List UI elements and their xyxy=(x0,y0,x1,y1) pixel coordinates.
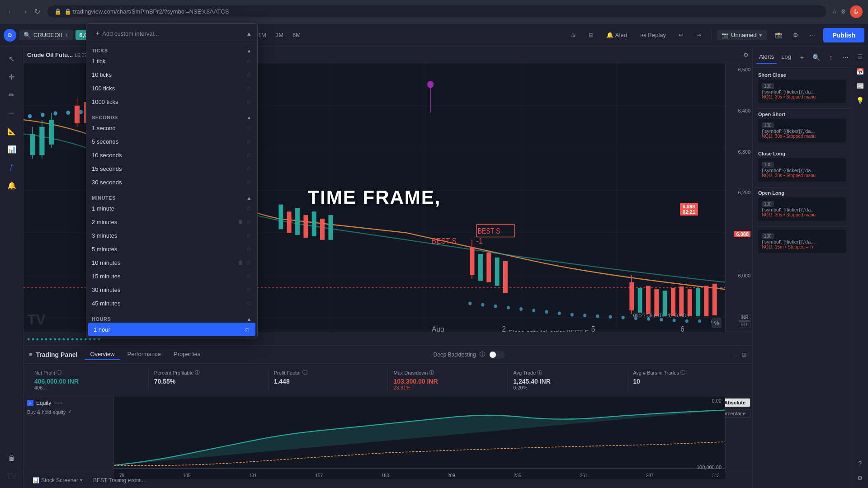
ticks-header[interactable]: TICKS ▲ xyxy=(86,45,257,54)
settings-far-icon[interactable]: ⚙ xyxy=(854,472,867,484)
interval-30minutes-star[interactable]: ☆ xyxy=(246,286,252,293)
minutes-header[interactable]: MINUTES ▲ xyxy=(86,192,257,202)
info-icon-md[interactable]: ⓘ xyxy=(429,369,434,376)
hours-header[interactable]: HOURS ▲ xyxy=(86,314,257,323)
interval-2minutes-star[interactable]: ☆ xyxy=(246,218,252,225)
interval-10minutes-star[interactable]: ☆ xyxy=(246,259,252,266)
forward-button[interactable]: → xyxy=(19,6,30,18)
interval-100ticks-star[interactable]: ☆ xyxy=(246,84,252,92)
info-icon-at[interactable]: ⓘ xyxy=(537,369,542,376)
sidebar-indicator-tool[interactable]: ƒ xyxy=(4,159,20,175)
interval-15seconds[interactable]: 15 seconds ☆ xyxy=(86,162,257,175)
camera-btn[interactable]: 📸 xyxy=(770,29,787,41)
interval-30seconds-star[interactable]: ☆ xyxy=(246,178,252,186)
interval-10seconds[interactable]: 10 seconds ☆ xyxy=(86,148,257,162)
alert-item-ol[interactable]: 100 {'symbol':'{{ticker}}','da... NQ1!, … xyxy=(758,197,846,221)
chart-zoom-btn[interactable]: % xyxy=(712,318,722,328)
currency-selector[interactable]: INR BLL xyxy=(739,314,750,328)
unnamed-btn[interactable]: 📷 Unnamed ▾ xyxy=(717,30,767,40)
interval-1minute-star[interactable]: ☆ xyxy=(246,205,252,212)
interval-10ticks-star[interactable]: ☆ xyxy=(246,71,252,78)
sidebar-alert-tool[interactable]: 🔔 xyxy=(4,177,20,193)
interval-5seconds[interactable]: 5 seconds ☆ xyxy=(86,135,257,148)
interval-10seconds-star[interactable]: ☆ xyxy=(246,151,252,159)
bookmark-icon[interactable]: ☆ xyxy=(832,8,837,15)
info-icon-pf[interactable]: ⓘ xyxy=(302,369,307,376)
tab-properties[interactable]: Properties xyxy=(168,349,206,360)
sort-alerts-icon[interactable]: ↕ xyxy=(825,51,837,64)
alert-item-os[interactable]: 100 {'symbol':'{{ticker}}','da... NQ1!, … xyxy=(758,119,846,142)
back-button[interactable]: ← xyxy=(5,6,16,18)
interval-100ticks[interactable]: 100 ticks ☆ xyxy=(86,81,257,95)
sidebar-trash-tool[interactable]: 🗑 xyxy=(4,450,20,466)
interval-collapse-btn[interactable]: ▲ xyxy=(246,30,252,37)
panel-drag-handle[interactable]: ≡ xyxy=(29,351,33,358)
calendar-icon[interactable]: 📅 xyxy=(854,65,867,78)
interval-10minutes-del[interactable]: 🗑 xyxy=(238,259,243,266)
alert-item-cl[interactable]: 100 {'symbol':'{{ticker}}','da... NQ1!, … xyxy=(758,158,846,182)
mode-label[interactable]: BLL xyxy=(739,321,750,328)
replay-btn[interactable]: ⏮ Replay xyxy=(636,29,670,41)
help-icon[interactable]: ? xyxy=(854,457,867,470)
redo-btn[interactable]: ↪ xyxy=(692,29,706,41)
panel-minimize-btn[interactable]: — xyxy=(732,351,740,359)
interval-1hour[interactable]: 1 hour ☆ xyxy=(88,323,255,336)
info-icon-np[interactable]: ⓘ xyxy=(57,369,61,376)
sidebar-draw-tool[interactable]: ✏ xyxy=(4,87,20,103)
add-symbol-btn[interactable]: + xyxy=(65,32,69,38)
interval-1000ticks-star[interactable]: ☆ xyxy=(246,98,252,105)
more-alerts-icon[interactable]: ⋯ xyxy=(839,51,852,64)
sidebar-tv-logo[interactable]: TV xyxy=(4,468,20,484)
extensions-icon[interactable]: ⚙ xyxy=(841,8,846,15)
ideas-icon[interactable]: 💡 xyxy=(854,94,867,107)
refresh-button[interactable]: ↻ xyxy=(33,5,42,18)
news-icon[interactable]: 📰 xyxy=(854,80,867,92)
timeframe-3m[interactable]: 3M xyxy=(272,30,287,40)
indicators-btn[interactable]: ≋ xyxy=(566,29,580,41)
info-icon-pp[interactable]: ⓘ xyxy=(195,369,200,376)
interval-1minute[interactable]: 1 minute ☆ xyxy=(86,202,257,215)
currency-label[interactable]: INR xyxy=(739,314,750,321)
tv-logo-small[interactable]: D xyxy=(4,29,16,42)
tab-log[interactable]: Log xyxy=(778,51,794,64)
interval-1hour-star[interactable]: ☆ xyxy=(244,326,250,333)
undo-btn[interactable]: ↩ xyxy=(674,29,688,41)
user-avatar[interactable]: D xyxy=(850,5,863,18)
screener-item[interactable]: 📊 Stock Screener ▾ xyxy=(29,475,86,485)
interval-15seconds-star[interactable]: ☆ xyxy=(246,165,252,172)
alert-btn[interactable]: 🔔 Alert xyxy=(602,29,632,41)
interval-1000ticks[interactable]: 1000 ticks ☆ xyxy=(86,95,257,108)
interval-45minutes[interactable]: 45 minutes ☆ xyxy=(86,296,257,310)
more-btn[interactable]: ⋯ xyxy=(805,29,820,41)
search-alerts-icon[interactable]: 🔍 xyxy=(810,51,823,64)
interval-15minutes-star[interactable]: ☆ xyxy=(246,272,252,280)
alert-item-sc[interactable]: 100 {'symbol':'{{ticker}}','da... NQ1!, … xyxy=(758,80,846,103)
alert-item-last[interactable]: 100 {'symbol':'{{ticker}}','da... NQ1!, … xyxy=(758,230,846,253)
layout-btn[interactable]: ⊞ xyxy=(584,29,598,41)
interval-2minutes[interactable]: 2 minutes 🗑 ☆ xyxy=(86,215,257,229)
interval-3minutes[interactable]: 3 minutes ☆ xyxy=(86,229,257,242)
timeframe-6m[interactable]: 6M xyxy=(289,30,304,40)
symbol-search-box[interactable]: 🔍 CRUDEOII + xyxy=(19,30,73,40)
interval-3minutes-star[interactable]: ☆ xyxy=(246,232,252,239)
chart-settings-icon[interactable]: ⚙ xyxy=(743,52,749,58)
interval-30minutes[interactable]: 30 minutes ☆ xyxy=(86,283,257,296)
add-alert-icon[interactable]: + xyxy=(796,51,808,64)
panel-maximize-btn[interactable]: ⊞ xyxy=(741,351,747,359)
interval-1second[interactable]: 1 second ☆ xyxy=(86,121,257,135)
equity-checkbox[interactable]: ✓ xyxy=(27,400,33,406)
interval-1tick-star[interactable]: ☆ xyxy=(246,57,252,65)
tab-alerts[interactable]: Alerts xyxy=(756,51,777,64)
sidebar-hline-tool[interactable]: ─ xyxy=(4,105,20,121)
interval-5seconds-star[interactable]: ☆ xyxy=(246,138,252,145)
interval-10minutes[interactable]: 10 minutes 🗑 ☆ xyxy=(86,256,257,269)
interval-30seconds[interactable]: 30 seconds ☆ xyxy=(86,175,257,189)
tab-overview[interactable]: Overview xyxy=(85,349,120,360)
interval-1second-star[interactable]: ☆ xyxy=(246,124,252,131)
url-bar[interactable]: 🔒 🔒 tradingview.com/chart/SmPmBPr2/?symb… xyxy=(47,5,827,18)
interval-10ticks[interactable]: 10 ticks ☆ xyxy=(86,68,257,81)
interval-45minutes-star[interactable]: ☆ xyxy=(246,300,252,307)
interval-15minutes[interactable]: 15 minutes ☆ xyxy=(86,269,257,283)
tab-performance[interactable]: Performance xyxy=(122,349,166,360)
info-icon-ab[interactable]: ⓘ xyxy=(680,369,685,376)
